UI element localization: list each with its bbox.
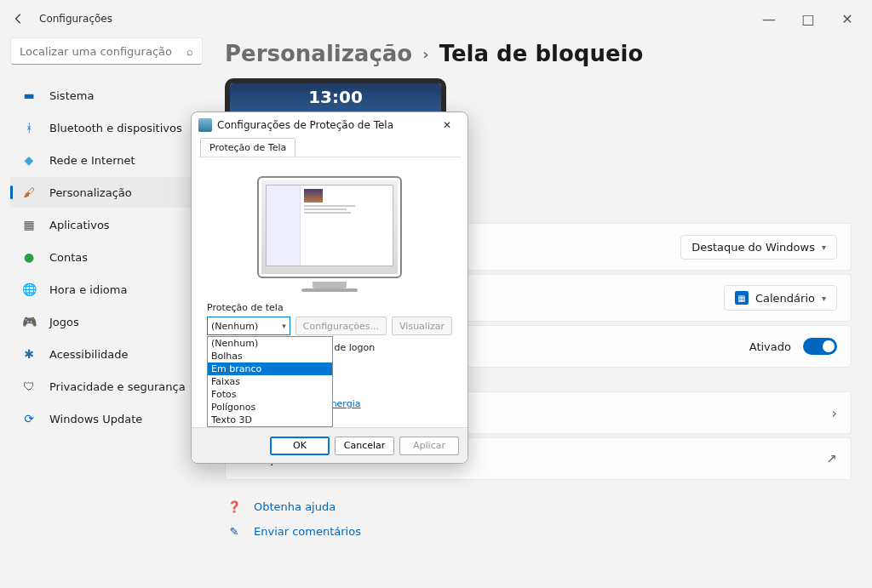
sidebar-item-label: Bluetooth e dispositivos [49, 122, 182, 134]
sidebar-item-label: Acessibilidade [49, 348, 129, 361]
screensaver-settings-button[interactable]: Configurações... [295, 317, 387, 335]
sidebar-item-bluetooth[interactable]: ᚼBluetooth e dispositivos [10, 112, 203, 143]
dropdown-value: Calendário [755, 292, 815, 305]
screensaver-preview-monitor [257, 176, 402, 278]
sidebar-item-contas[interactable]: ●Contas [10, 242, 203, 272]
search-icon: ⌕ [186, 45, 193, 58]
back-button[interactable] [5, 5, 32, 32]
sidebar-item-update[interactable]: ⟳Windows Update [10, 403, 203, 434]
chevron-down-icon: ▾ [822, 294, 826, 303]
search-box[interactable]: ⌕ [10, 37, 203, 65]
signin-bg-toggle[interactable] [803, 338, 837, 355]
minimize-button[interactable]: — [749, 6, 789, 31]
combo-option[interactable]: Fotos [208, 388, 332, 401]
dialog-title: Configurações de Proteção de Tela [217, 119, 393, 131]
combo-option[interactable]: (Nenhum) [208, 337, 332, 350]
combo-option[interactable]: Polígonos [208, 401, 332, 414]
sidebar-item-label: Contas [49, 251, 88, 264]
accessibility-icon: ✱ [20, 345, 37, 363]
apps-icon: ▦ [20, 216, 37, 233]
background-dropdown[interactable]: Destaque do Windows ▾ [680, 235, 837, 260]
sidebar-item-personalizacao[interactable]: 🖌Personalização [10, 177, 203, 208]
toggle-label: Ativado [749, 340, 791, 353]
privacy-icon: 🛡 [20, 378, 37, 395]
screensaver-preview-button[interactable]: Visualizar [392, 317, 452, 335]
dropdown-value: Destaque do Windows [691, 241, 815, 254]
chevron-right-icon: › [422, 45, 428, 63]
lockscreen-preview: 13:00 [225, 78, 446, 112]
help-link[interactable]: ❓ Obtenha ajuda [227, 500, 852, 513]
sidebar-item-sistema[interactable]: ▬Sistema [10, 80, 203, 111]
sidebar-item-label: Rede e Internet [49, 154, 135, 167]
sidebar-item-label: Sistema [49, 89, 94, 102]
ok-button[interactable]: OK [270, 437, 330, 455]
maximize-button[interactable]: □ [789, 6, 828, 31]
external-link-icon: ↗ [826, 451, 837, 466]
sidebar-item-label: Personalização [49, 186, 132, 199]
combo-option[interactable]: Bolhas [208, 350, 332, 363]
sidebar-item-rede[interactable]: ◆Rede e Internet [10, 145, 203, 175]
section-label: Proteção de tela [207, 302, 452, 313]
combobox-dropdown[interactable]: (Nenhum) Bolhas Em branco Faixas Fotos P… [207, 336, 333, 427]
sidebar-item-hora[interactable]: 🌐Hora e idioma [10, 274, 203, 305]
combo-value: (Nenhum) [211, 321, 258, 332]
feedback-link[interactable]: ✎ Enviar comentários [227, 525, 852, 538]
screensaver-dialog: Configurações de Proteção de Tela ✕ Prot… [191, 111, 468, 464]
combo-option[interactable]: Texto 3D [208, 414, 332, 426]
screensaver-combobox[interactable]: (Nenhum) ▾ (Nenhum) Bolhas Em branco Fai… [207, 317, 290, 335]
chevron-right-icon: › [832, 405, 837, 421]
sidebar-item-label: Aplicativos [49, 219, 110, 231]
status-dropdown[interactable]: ▦ Calendário ▾ [724, 285, 837, 311]
cancel-button[interactable]: Cancelar [335, 437, 394, 455]
update-icon: ⟳ [20, 410, 37, 427]
sidebar-item-jogos[interactable]: 🎮Jogos [10, 306, 203, 337]
dialog-close-button[interactable]: ✕ [433, 119, 461, 131]
sidebar-item-label: Hora e idioma [49, 283, 127, 296]
chevron-down-icon: ▾ [282, 322, 286, 330]
breadcrumb-parent[interactable]: Personalização [225, 41, 412, 66]
system-icon: ▬ [20, 87, 37, 104]
dialog-tab[interactable]: Proteção de Tela [200, 138, 295, 157]
chevron-down-icon: ▾ [822, 243, 826, 252]
combo-option-selected[interactable]: Em branco [208, 363, 332, 375]
sidebar-item-label: Privacidade e segurança [49, 380, 186, 393]
sidebar-item-aplicativos[interactable]: ▦Aplicativos [10, 209, 203, 240]
bluetooth-icon: ᚼ [20, 119, 37, 136]
gaming-icon: 🎮 [20, 313, 37, 330]
preview-clock: 13:00 [308, 87, 363, 107]
account-icon: ● [20, 248, 37, 265]
apply-button[interactable]: Aplicar [399, 437, 459, 455]
sidebar-item-privacidade[interactable]: 🛡Privacidade e segurança [10, 371, 203, 402]
link-label: Enviar comentários [254, 525, 361, 538]
sidebar-item-label: Windows Update [49, 413, 142, 425]
combo-option[interactable]: Faixas [208, 375, 332, 388]
dialog-icon [198, 118, 212, 132]
time-icon: 🌐 [20, 281, 37, 298]
sidebar-item-acessibilidade[interactable]: ✱Acessibilidade [10, 339, 203, 369]
network-icon: ◆ [20, 151, 37, 168]
sidebar-item-label: Jogos [49, 316, 79, 328]
app-title: Configurações [39, 13, 112, 25]
help-icon: ❓ [227, 500, 242, 513]
feedback-icon: ✎ [227, 525, 242, 538]
calendar-icon: ▦ [735, 291, 749, 305]
link-label: Obtenha ajuda [254, 500, 336, 513]
breadcrumb: Personalização › Tela de bloqueio [225, 41, 852, 66]
page-title: Tela de bloqueio [439, 41, 644, 66]
personalize-icon: 🖌 [20, 184, 37, 201]
close-button[interactable]: ✕ [828, 6, 867, 31]
search-input[interactable] [20, 45, 186, 58]
